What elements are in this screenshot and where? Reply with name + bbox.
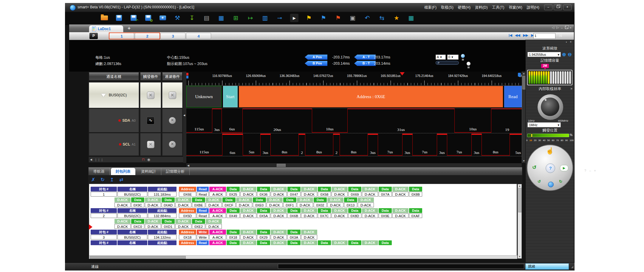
- favorites-icon[interactable]: ★: [392, 14, 401, 22]
- packet-cell[interactable]: 0XF1: [283, 203, 296, 207]
- packet-cell[interactable]: 0XAF: [409, 213, 422, 218]
- packet-cell[interactable]: 0X25: [227, 192, 240, 197]
- packet-cell[interactable]: D-ACK: [145, 224, 161, 229]
- page-nav-2[interactable]: ▶▶: [523, 33, 528, 37]
- p-mini-slider[interactable]: P: [436, 61, 459, 65]
- packet-cell[interactable]: 0XAD: [162, 203, 175, 207]
- freq-value-select[interactable]: 1MHz▾: [527, 122, 561, 127]
- menu-item-6[interactable]: 說明(H): [527, 5, 539, 10]
- save-settings-icon[interactable]: ⚙: [144, 14, 152, 22]
- sda-trigger-cell[interactable]: ∿: [140, 109, 161, 132]
- packet-cell[interactable]: D-ACK: [297, 203, 313, 207]
- packet-cell[interactable]: D-ACK: [392, 213, 408, 218]
- packet-cell[interactable]: 0X5A: [257, 213, 270, 218]
- open-file-icon[interactable]: [100, 14, 109, 22]
- scl-trigger-cell[interactable]: ✕: [140, 133, 161, 156]
- packet-cell[interactable]: 0XC0: [131, 224, 144, 229]
- tab-prev-button[interactable]: ◁: [552, 26, 554, 30]
- sampling-icon[interactable]: ↧: [188, 14, 196, 22]
- freq-more-icon[interactable]: »: [570, 86, 572, 91]
- page-button-3[interactable]: 3: [160, 33, 185, 39]
- memory-device-icon[interactable]: ▤: [202, 14, 211, 22]
- packet-cell[interactable]: 0X9E: [379, 213, 392, 218]
- packet-cell[interactable]: 0XCF: [222, 203, 236, 207]
- column-header-channel-name[interactable]: 通道名稱: [89, 72, 139, 81]
- menu-item-2[interactable]: 硬體(H): [458, 5, 470, 10]
- packet-cell[interactable]: 0X7A: [379, 192, 392, 197]
- panel-help-button[interactable]: ?: [584, 169, 586, 172]
- packet-cell[interactable]: D-ACK: [114, 224, 131, 229]
- navigation-wheel[interactable]: ☝ ↺ ? ▶ ↺ ↻: [527, 145, 573, 191]
- packet-cell[interactable]: 134.132ms: [148, 235, 177, 239]
- trigger-position-slider[interactable]: [527, 134, 569, 137]
- packet-cell[interactable]: BUS0(I2C): [117, 213, 147, 218]
- compare-doc-icon[interactable]: ▥: [261, 14, 269, 22]
- doc-close-button[interactable]: ×: [570, 26, 572, 30]
- undo-zoom-icon[interactable]: ↶: [363, 14, 371, 22]
- packet-settings-icon[interactable]: ✗: [91, 177, 95, 183]
- zoom-out-icon[interactable]: ⊖: [568, 52, 572, 57]
- packet-cell[interactable]: D-ACK: [271, 192, 287, 197]
- packet-cell[interactable]: D-ACK: [271, 235, 287, 239]
- restore-button[interactable]: [554, 4, 562, 10]
- menu-item-0[interactable]: 檔案(F): [424, 5, 436, 10]
- packet-cell[interactable]: D-ACK: [362, 192, 378, 197]
- packet-cell[interactable]: 0X36: [257, 192, 270, 197]
- packet-cell[interactable]: D-ACK: [240, 192, 256, 197]
- packet-cell[interactable]: 0X18: [227, 235, 240, 239]
- page-nav-0[interactable]: |◀: [509, 33, 512, 37]
- b-pos-badge[interactable]: B Pos: [305, 61, 327, 66]
- packet-cell[interactable]: D-ACK: [301, 192, 317, 197]
- packet-cell[interactable]: BUS0(I2C): [117, 235, 147, 239]
- packet-cell[interactable]: D-ACK: [362, 213, 378, 218]
- scroll-down-icon[interactable]: ▼: [518, 255, 521, 258]
- packet-cell[interactable]: D-ACK: [206, 224, 222, 229]
- packet-cell[interactable]: D-ACK: [175, 203, 191, 207]
- screenshot-icon[interactable]: [159, 14, 167, 22]
- sda-filter-cell[interactable]: ✕: [162, 109, 182, 132]
- save-file-icon[interactable]: [115, 14, 123, 22]
- packet-cell[interactable]: Read: [197, 213, 209, 218]
- bus-trigger-cell[interactable]: ✕: [140, 82, 161, 108]
- packet-cell[interactable]: D-ACK: [206, 203, 222, 207]
- packet-cell[interactable]: D-ACK: [145, 203, 161, 207]
- bus-decode-icon[interactable]: ⊸: [275, 14, 284, 22]
- frequency-knob[interactable]: [537, 94, 564, 120]
- bulb-on-icon[interactable]: [461, 54, 465, 62]
- packet-cell[interactable]: 1: [91, 192, 117, 197]
- bulb-off-icon[interactable]: [466, 62, 471, 69]
- packet-cell[interactable]: A-ACK: [209, 213, 226, 218]
- tab-2[interactable]: 資料統計: [137, 168, 161, 175]
- jump-icon[interactable]: ⇄: [119, 177, 123, 183]
- pin-icon[interactable]: ▪: [566, 41, 567, 44]
- export-icon[interactable]: ↥: [110, 177, 114, 183]
- scroll-thumb[interactable]: [90, 256, 186, 259]
- flag-b-icon[interactable]: ⚑: [319, 14, 328, 22]
- nav-down-button[interactable]: [548, 182, 554, 187]
- zoom-value-select[interactable]: 1.942558us▾: [527, 52, 561, 57]
- packet-cell[interactable]: D-ACK: [114, 203, 131, 207]
- packet-cell[interactable]: D-ACK: [358, 203, 374, 207]
- packet-cell[interactable]: 0X9C: [131, 203, 144, 207]
- p-button[interactable]: P: [89, 33, 98, 39]
- rotate-left-icon[interactable]: ↺: [532, 164, 536, 171]
- packet-cell[interactable]: D-ACK: [236, 203, 252, 207]
- tab-1[interactable]: 封包列表: [111, 168, 135, 175]
- b-t-badge[interactable]: B - T: [354, 61, 376, 66]
- packet-cell[interactable]: 0X6E: [179, 192, 196, 197]
- panel-close-button[interactable]: ×: [594, 169, 596, 172]
- column-header-filter[interactable]: 過濾條件: [162, 72, 182, 81]
- tab-next-button[interactable]: ▷: [556, 26, 559, 30]
- flag-t-icon[interactable]: ⚑: [334, 14, 342, 22]
- sidebar-close-icon[interactable]: ×: [570, 40, 572, 44]
- a-t-badge[interactable]: A - T: [354, 55, 376, 60]
- packet-cell[interactable]: D-ACK: [240, 235, 256, 239]
- packet-cell[interactable]: D-ACK: [392, 192, 408, 197]
- scl-filter-cell[interactable]: ✕: [162, 133, 182, 156]
- curve-left-icon[interactable]: ↺: [538, 179, 541, 184]
- close-button[interactable]: ×: [563, 4, 572, 10]
- packet-cell[interactable]: 0X6B: [287, 213, 301, 218]
- packet-cell[interactable]: 0X8B: [409, 192, 422, 197]
- packet-cell[interactable]: 0X69: [348, 192, 361, 197]
- bus-filter-cell[interactable]: ✕: [162, 82, 182, 108]
